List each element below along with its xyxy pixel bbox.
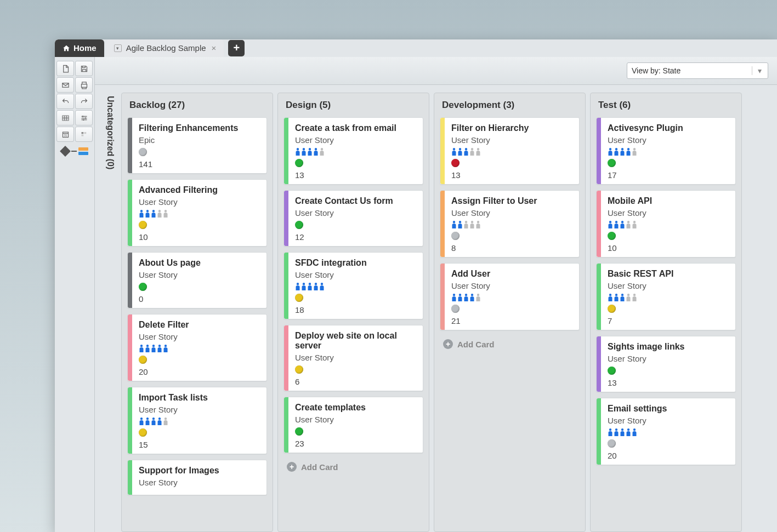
person-icon [157,345,162,352]
card-status-row [608,159,729,167]
app-window: Home ▾ Agile Backlog Sample × + 31 [55,39,777,532]
card-accent [597,336,601,392]
tab-active[interactable]: ▾ Agile Backlog Sample × [106,39,224,57]
card-type: User Story [295,415,416,424]
person-icon [145,345,150,352]
card-points: 17 [608,170,729,180]
card-title: Filtering Enhancements [139,123,260,133]
legend-widget[interactable] [55,147,94,156]
person-icon [139,210,144,218]
column-body[interactable]: Activesync Plugin User Story 17 Mobile A… [591,117,741,471]
kanban-card[interactable]: Support for Images User Story [127,460,267,495]
uncategorized-lane[interactable]: Uncategorized (0) [99,93,121,532]
status-dot [139,221,147,229]
kanban-column: Test (6) Activesync Plugin User Story 17… [590,93,742,532]
add-tab-button[interactable]: + [228,40,245,56]
card-type: User Story [295,208,416,218]
status-dot [451,232,460,240]
column-body[interactable]: Filter on Hierarchy User Story 13 Assign… [434,117,585,356]
kanban-card[interactable]: Filtering Enhancements Epic 141 [127,117,267,174]
person-icon [608,148,613,156]
card-points: 13 [608,378,729,387]
card-points: 20 [608,451,729,460]
status-dot [139,283,147,291]
card-status-row [139,356,260,364]
kanban-card[interactable]: Deploy web site on local server User Sto… [283,325,423,391]
card-type: User Story [139,197,260,207]
kanban-card[interactable]: Assign Filter to User User Story 8 [440,190,580,258]
kanban-card[interactable]: Sights image links User Story 13 [596,336,736,392]
redo-button[interactable] [75,94,93,109]
kanban-card[interactable]: Email settings User Story 20 [596,398,736,465]
calendar-button[interactable]: 31 [56,127,74,142]
kanban-card[interactable]: Filter on Hierarchy User Story 13 [440,117,580,185]
column-body[interactable]: Filtering Enhancements Epic 141 Advanced… [122,117,273,501]
card-title: Deploy web site on local server [295,331,416,351]
card-accent [597,264,601,330]
person-icon [163,417,168,425]
uncategorized-label: Uncategorized (0) [105,96,115,169]
status-dot [451,305,460,313]
kanban-card[interactable]: Add User User Story 21 [440,263,580,330]
card-accent [597,191,601,257]
person-icon [163,345,168,352]
card-status-row [451,159,572,167]
svg-rect-1 [62,116,68,121]
add-card-label: Add Card [457,340,495,349]
person-icon [157,210,162,218]
kanban-card[interactable]: Create Contact Us form User Story 12 [283,190,423,247]
kanban-card[interactable]: SFDC integration User Story 18 [283,252,423,319]
card-view-button[interactable] [75,127,93,142]
card-people [451,148,572,156]
tab-home[interactable]: Home [55,39,104,57]
mail-button[interactable] [56,77,74,93]
viewby-select[interactable]: View by: State ▾ [627,62,768,79]
card-accent [597,118,601,184]
kanban-card[interactable]: Mobile API User Story 10 [596,190,736,258]
tab-strip: Home ▾ Agile Backlog Sample × + [55,39,777,57]
settings-sliders-button[interactable] [75,110,93,125]
side-toolbar: 31 [55,57,95,532]
card-accent [440,191,445,257]
card-points: 10 [608,243,729,253]
card-type: User Story [295,353,416,362]
kanban-card[interactable]: Create templates User Story 23 [283,397,423,453]
card-title: Filter on Hierarchy [451,123,572,133]
person-icon [620,221,625,228]
card-status-row [608,305,729,313]
person-icon [626,294,631,301]
svg-rect-8 [84,132,86,134]
person-icon [319,148,325,156]
undo-button[interactable] [56,94,74,109]
card-title: Email settings [608,404,729,414]
status-dot [608,305,616,313]
close-icon[interactable]: × [212,39,217,57]
card-points: 6 [295,377,416,386]
card-points: 141 [139,159,260,169]
new-file-button[interactable] [56,61,74,76]
card-people [451,221,572,228]
save-button[interactable] [75,61,93,76]
svg-rect-7 [81,132,83,134]
svg-point-2 [82,116,83,117]
kanban-card[interactable]: Delete Filter User Story 20 [127,314,267,381]
grid-view-button[interactable] [56,110,74,125]
person-icon [151,417,156,425]
kanban-card[interactable]: Advanced Filtering User Story 10 [127,179,267,247]
kanban-card[interactable]: About Us page User Story 0 [127,252,267,308]
column-body[interactable]: Create a task from email User Story 13 C… [278,117,429,478]
kanban-card[interactable]: Import Task lists User Story 15 [127,387,267,454]
card-points: 23 [295,439,416,448]
person-icon [608,221,613,228]
add-card-button[interactable]: +Add Card [283,459,423,478]
kanban-card[interactable]: Activesync Plugin User Story 17 [596,117,736,185]
person-icon [457,221,463,228]
tab-dropdown-icon[interactable]: ▾ [114,44,122,52]
person-icon [632,221,637,228]
kanban-card[interactable]: Basic REST API User Story 7 [596,263,736,330]
add-card-button[interactable]: +Add Card [440,336,580,356]
card-people [608,148,729,156]
card-people [139,417,260,425]
kanban-card[interactable]: Create a task from email User Story 13 [283,117,423,185]
print-button[interactable] [75,77,93,93]
